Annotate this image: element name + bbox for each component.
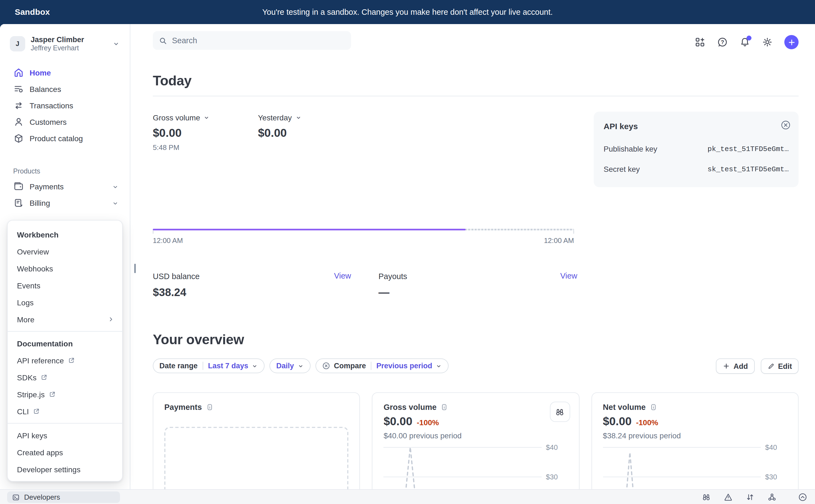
webhook-icon[interactable] bbox=[767, 493, 777, 502]
popup-item-developer-settings[interactable]: Developer settings bbox=[8, 461, 122, 478]
compare-filter[interactable]: Compare Previous period bbox=[315, 358, 449, 373]
popup-item-sdks[interactable]: SDKs bbox=[8, 369, 122, 386]
sidebar-item-customers[interactable]: Customers bbox=[0, 114, 130, 130]
popup-item-created-apps[interactable]: Created apps bbox=[8, 444, 122, 461]
developers-popup-menu: Workbench Overview Webhooks Events Logs … bbox=[7, 220, 123, 482]
net-volume-card[interactable]: Net volume $0.00 -100% $38.24 previous p… bbox=[591, 392, 799, 489]
payments-empty-state bbox=[164, 427, 349, 489]
popup-divider bbox=[8, 331, 122, 332]
avatar: J bbox=[10, 36, 25, 51]
pencil-icon bbox=[767, 362, 775, 370]
popup-item-stripejs[interactable]: Stripe.js bbox=[8, 386, 122, 403]
account-subtitle: Jeffrey Everhart bbox=[31, 44, 112, 52]
sidebar-item-home[interactable]: Home bbox=[0, 65, 130, 81]
gross-volume-selector[interactable]: Gross volume bbox=[153, 113, 210, 122]
interval-filter[interactable]: Daily bbox=[270, 358, 311, 373]
close-icon[interactable] bbox=[781, 120, 791, 130]
external-link-icon bbox=[33, 408, 40, 415]
sidebar-item-payments[interactable]: Payments bbox=[0, 178, 130, 195]
transfers-arrows-icon[interactable] bbox=[745, 493, 755, 502]
edit-button[interactable]: Edit bbox=[761, 358, 799, 374]
popup-item-api-keys[interactable]: API keys bbox=[8, 427, 122, 444]
net-volume-card-title: Net volume bbox=[603, 403, 646, 412]
customers-icon bbox=[13, 117, 24, 128]
net-volume-chart: $40 $30 bbox=[603, 442, 787, 489]
api-keys-title: API keys bbox=[603, 121, 638, 131]
warning-icon[interactable] bbox=[724, 493, 733, 502]
chevron-down-icon bbox=[295, 114, 302, 121]
gross-volume-card[interactable]: Gross volume $0.00 -100% $40.00 previous… bbox=[372, 392, 579, 489]
sidebar-item-product-catalog[interactable]: Product catalog bbox=[0, 130, 130, 147]
binoculars-icon[interactable] bbox=[702, 493, 711, 502]
popup-item-cli[interactable]: CLI bbox=[8, 403, 122, 420]
secret-key-label: Secret key bbox=[603, 165, 640, 173]
gross-volume-card-value: $0.00 bbox=[384, 415, 412, 428]
chevron-down-icon bbox=[112, 40, 120, 48]
balances-icon bbox=[13, 84, 24, 95]
y-tick-30: $30 bbox=[765, 473, 787, 481]
chevron-down-icon bbox=[252, 363, 258, 369]
search-input[interactable] bbox=[172, 36, 336, 45]
publishable-key-value[interactable]: pk_test_51TFD5eGmt… bbox=[708, 145, 789, 153]
payments-card[interactable]: Payments bbox=[153, 392, 360, 489]
collapse-chevron-icon[interactable] bbox=[798, 493, 807, 502]
popup-item-logs[interactable]: Logs bbox=[8, 294, 122, 311]
plus-icon bbox=[787, 38, 796, 46]
usd-balance-view-link[interactable]: View bbox=[334, 271, 351, 280]
search-bar[interactable] bbox=[153, 31, 351, 50]
payments-icon bbox=[13, 181, 24, 192]
sidebar-item-transactions[interactable]: Transactions bbox=[0, 97, 130, 114]
developers-button[interactable]: Developers bbox=[7, 491, 120, 503]
date-range-filter[interactable]: Date range Last 7 days bbox=[153, 358, 265, 373]
remove-compare-icon[interactable] bbox=[322, 362, 330, 370]
plus-icon bbox=[723, 362, 730, 370]
y-tick-40: $40 bbox=[546, 443, 568, 451]
notifications-bell-icon[interactable] bbox=[739, 37, 750, 48]
y-tick-40: $40 bbox=[765, 443, 787, 451]
publishable-key-label: Publishable key bbox=[603, 144, 657, 153]
bottom-bar: Developers bbox=[0, 489, 815, 504]
external-link-icon bbox=[68, 357, 75, 364]
popup-item-api-reference[interactable]: API reference bbox=[8, 352, 122, 369]
payments-card-title: Payments bbox=[164, 403, 202, 412]
yesterday-selector[interactable]: Yesterday bbox=[258, 113, 302, 122]
terminal-icon bbox=[12, 493, 20, 501]
settings-gear-icon[interactable] bbox=[762, 37, 773, 48]
external-link-icon bbox=[40, 374, 48, 381]
popup-item-webhooks[interactable]: Webhooks bbox=[8, 260, 122, 277]
account-switcher[interactable]: J Jasper Climber Jeffrey Everhart bbox=[5, 32, 125, 56]
chevron-down-icon bbox=[112, 183, 119, 190]
account-name: Jasper Climber bbox=[31, 35, 112, 44]
text-cursor bbox=[134, 264, 136, 273]
help-icon[interactable]: ? bbox=[717, 37, 728, 48]
sidebar-item-billing[interactable]: Billing bbox=[0, 195, 130, 211]
timeline-progress bbox=[153, 229, 465, 230]
create-button[interactable] bbox=[784, 35, 799, 49]
sidebar-item-balances[interactable]: Balances bbox=[0, 81, 130, 97]
gross-volume-previous: $40.00 previous period bbox=[384, 431, 462, 440]
timeline-end-label: 12:00 AM bbox=[544, 236, 574, 245]
popup-item-more[interactable]: More bbox=[8, 311, 122, 328]
chevron-down-icon bbox=[297, 363, 304, 369]
today-divider bbox=[153, 96, 799, 96]
yesterday-value: $0.00 bbox=[258, 126, 302, 140]
info-icon bbox=[206, 403, 213, 411]
popup-item-overview[interactable]: Overview bbox=[8, 243, 122, 260]
today-title: Today bbox=[153, 73, 192, 89]
net-volume-card-value: $0.00 bbox=[603, 415, 632, 428]
transactions-icon bbox=[13, 100, 24, 111]
inspect-button[interactable] bbox=[550, 402, 570, 422]
popup-item-events[interactable]: Events bbox=[8, 277, 122, 294]
apps-grid-icon[interactable] bbox=[695, 37, 706, 48]
secret-key-value[interactable]: sk_test_51TFD5eGmt… bbox=[708, 165, 789, 173]
popup-heading-workbench: Workbench bbox=[8, 226, 122, 243]
external-link-icon bbox=[48, 391, 56, 398]
net-volume-previous: $38.24 previous period bbox=[603, 431, 681, 440]
search-icon bbox=[158, 36, 167, 45]
payouts-view-link[interactable]: View bbox=[560, 271, 577, 280]
popup-heading-documentation: Documentation bbox=[8, 335, 122, 352]
binoculars-icon bbox=[555, 407, 565, 417]
add-button[interactable]: Add bbox=[716, 358, 755, 374]
sidebar-section-products: Products bbox=[0, 163, 130, 178]
notification-dot bbox=[747, 36, 752, 40]
